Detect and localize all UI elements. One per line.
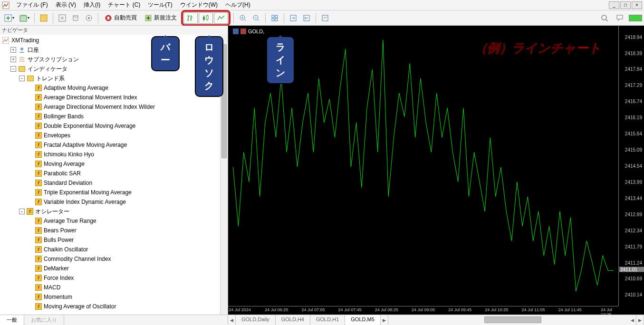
fx-icon: f [35, 123, 42, 129]
indicator-item[interactable]: fAverage Directional Movement Index Wild… [0, 102, 228, 112]
line-chart-button[interactable] [214, 12, 228, 24]
collapse-icon[interactable]: − [19, 76, 25, 81]
indicator-label: Average True Range [44, 218, 96, 224]
collapse-icon[interactable]: − [10, 66, 16, 72]
fx-icon: f [35, 227, 42, 234]
indicator-item[interactable]: fCommodity Channel Index [0, 254, 228, 264]
indicator-item[interactable]: fBears Power [0, 226, 228, 235]
indicator-item[interactable]: fBulls Power [0, 235, 228, 245]
navigator-scrollbar[interactable] [220, 35, 228, 315]
indicator-label: Standard Deviation [44, 180, 92, 186]
menu-window[interactable]: ウインドウ(W) [176, 0, 221, 10]
indicator-item[interactable]: fAverage Directional Movement Index [0, 93, 228, 102]
chart-scroll-right[interactable]: ▶ [636, 315, 644, 325]
svg-rect-18 [272, 19, 274, 21]
menu-chart[interactable]: チャート (C) [104, 0, 144, 10]
indicator-item[interactable]: fMACD [0, 283, 228, 292]
new-chart-button[interactable]: ▾ [2, 12, 16, 24]
x-tick: 24 Jul 09:05 [412, 307, 435, 312]
folder-icon [18, 65, 26, 73]
zoom-in-button[interactable] [237, 12, 249, 24]
expand-icon[interactable]: + [10, 57, 16, 62]
maximize-button[interactable]: □ [620, 1, 631, 9]
menu-tool[interactable]: ツール(T) [144, 0, 176, 10]
indicator-item[interactable]: fMoving Average of Oscillator [0, 302, 228, 311]
nav-tab-favorites[interactable]: お気に入り [24, 315, 64, 325]
menu-insert[interactable]: 挿入(I) [80, 0, 104, 10]
navigator-button[interactable] [69, 12, 82, 24]
indicator-label: Fractal Adaptive Moving Average [44, 142, 127, 148]
indicator-item[interactable]: fForce Index [0, 273, 228, 283]
chart-tab[interactable]: GOLD,H4 [276, 315, 310, 325]
profiles-button[interactable]: ▾ [17, 12, 31, 24]
indicator-item[interactable]: fEnvelopes [0, 131, 228, 140]
indicator-item[interactable]: fDouble Exponential Moving Average [0, 121, 228, 131]
indicator-item[interactable]: fAdaptive Moving Average [0, 83, 228, 93]
candle-chart-button[interactable] [199, 12, 213, 24]
menu-help[interactable]: ヘルプ(H) [221, 0, 254, 10]
fx-icon: f [35, 113, 42, 120]
indicator-item[interactable]: fFractal Adaptive Moving Average [0, 140, 228, 150]
bar-chart-button[interactable] [183, 12, 198, 24]
minimize-button[interactable]: _ [609, 1, 619, 9]
chart-tab-next[interactable]: ▶ [381, 315, 388, 325]
fx-icon: f [35, 218, 42, 224]
svg-point-23 [602, 15, 606, 20]
indicator-item[interactable]: fVariable Index Dynamic Average [0, 197, 228, 207]
indicator-item[interactable]: fMomentum [0, 292, 228, 302]
indicator-item[interactable]: fBollinger Bands [0, 112, 228, 121]
tree-indicators[interactable]: − インディケータ [0, 64, 228, 74]
menu-view[interactable]: 表示 (V) [52, 0, 80, 10]
chart-plot[interactable] [228, 26, 618, 306]
chat-icon[interactable] [614, 12, 626, 24]
auto-trade-button[interactable]: 自動売買 [101, 12, 140, 24]
shift-chart-button[interactable] [287, 12, 299, 24]
chart-area[interactable]: GOLD, （例）ラインチャート 2418.942418.392417.8424… [228, 26, 644, 325]
tile-windows-button[interactable] [269, 12, 281, 24]
tree-oscillators[interactable]: − f オシレーター [0, 207, 228, 216]
new-order-button[interactable]: 新規注文 [141, 12, 180, 24]
indicator-label: MACD [44, 284, 60, 291]
indicator-item[interactable]: fTriple Exponential Moving Average [0, 188, 228, 197]
zoom-out-button[interactable] [250, 12, 262, 24]
indicator-item[interactable]: fParabolic SAR [0, 169, 228, 178]
tree-subscriptions[interactable]: + サブスクリプション [0, 55, 228, 64]
connection-status [629, 15, 642, 21]
indicators-button[interactable] [319, 12, 331, 24]
data-window-button[interactable] [56, 12, 68, 24]
tree-accounts[interactable]: + 口座 [0, 45, 228, 55]
chart-tab[interactable]: GOLD,H1 [310, 315, 345, 325]
indicator-label: Moving Average of Oscillator [44, 303, 116, 310]
chart-tab-prev[interactable]: ◀ [228, 315, 236, 325]
market-watch-button[interactable] [38, 12, 50, 24]
chart-scroll-left[interactable]: ◀ [629, 315, 636, 325]
search-icon[interactable] [598, 12, 611, 24]
x-axis: 24 Jul 202424 Jul 06:2524 Jul 07:0524 Ju… [228, 306, 618, 315]
terminal-button[interactable] [83, 12, 95, 24]
chart-tab[interactable]: GOLD,M5 [345, 315, 381, 325]
chart-tab[interactable]: GOLD,Daily [236, 315, 276, 325]
expand-icon[interactable]: + [10, 47, 16, 53]
indicator-item[interactable]: fStandard Deviation [0, 178, 228, 188]
tree-root[interactable]: XMTrading [0, 36, 228, 45]
indicator-item[interactable]: fAverage True Range [0, 216, 228, 226]
navigator-panel: ナビゲータ XMTrading + 口座 + サブスクリプション − インディケ… [0, 26, 228, 325]
nav-tab-general[interactable]: 一般 [0, 315, 24, 325]
auto-scroll-button[interactable] [300, 12, 313, 24]
svg-rect-22 [322, 15, 328, 21]
indicator-item[interactable]: fChaikin Oscillator [0, 245, 228, 254]
indicator-item[interactable]: fIchimoku Kinko Hyo [0, 150, 228, 159]
y-tick: 2411.79 [625, 244, 642, 249]
y-tick: 2414.54 [625, 163, 642, 169]
svg-rect-12 [203, 17, 205, 20]
fx-icon: f [35, 246, 42, 253]
tree-accounts-label: 口座 [28, 46, 39, 54]
indicator-item[interactable]: fMoving Average [0, 159, 228, 169]
chart-hscrollbar[interactable] [388, 315, 629, 325]
close-button[interactable]: × [632, 1, 642, 9]
menu-file[interactable]: ファイル (F) [12, 0, 52, 10]
tree-trend[interactable]: − トレンド系 [0, 74, 228, 83]
y-tick: 2411.24 [625, 260, 642, 265]
indicator-item[interactable]: fDeMarker [0, 264, 228, 273]
collapse-icon[interactable]: − [19, 209, 25, 214]
